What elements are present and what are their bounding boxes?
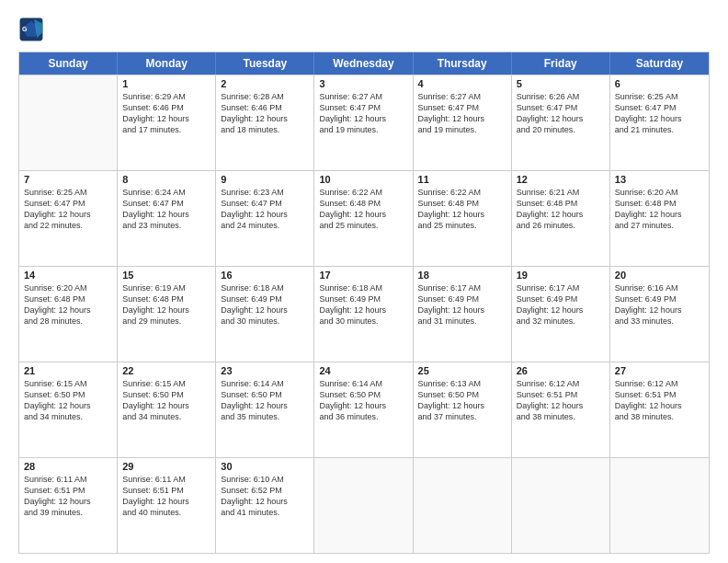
cal-cell-day-26: 26Sunrise: 6:12 AMSunset: 6:51 PMDayligh…	[512, 362, 610, 457]
day-number: 26	[517, 365, 605, 376]
cal-cell-empty	[512, 458, 610, 553]
cal-cell-day-25: 25Sunrise: 6:13 AMSunset: 6:50 PMDayligh…	[414, 362, 512, 457]
cell-info-line: and 34 minutes.	[24, 411, 112, 422]
day-number: 1	[122, 78, 210, 89]
cell-info-line: Sunrise: 6:13 AM	[418, 378, 506, 389]
cal-cell-day-8: 8Sunrise: 6:24 AMSunset: 6:47 PMDaylight…	[118, 171, 216, 266]
cell-info-line: Sunset: 6:46 PM	[122, 102, 210, 113]
cell-info-line: Daylight: 12 hours	[615, 304, 704, 316]
cal-cell-day-19: 19Sunrise: 6:17 AMSunset: 6:49 PMDayligh…	[512, 267, 610, 362]
cell-info-line: and 37 minutes.	[418, 411, 506, 422]
cal-row-0: 1Sunrise: 6:29 AMSunset: 6:46 PMDaylight…	[19, 75, 709, 170]
day-number: 7	[24, 174, 112, 185]
cell-info-line: Sunset: 6:49 PM	[517, 293, 605, 304]
day-number: 29	[122, 461, 210, 472]
cell-info-line: Sunrise: 6:11 AM	[24, 474, 112, 485]
cell-info-line: Sunrise: 6:18 AM	[319, 282, 407, 293]
cal-cell-day-27: 27Sunrise: 6:12 AMSunset: 6:51 PMDayligh…	[610, 362, 709, 457]
cal-row-1: 7Sunrise: 6:25 AMSunset: 6:47 PMDaylight…	[19, 170, 709, 266]
day-number: 2	[221, 78, 309, 89]
cal-cell-day-6: 6Sunrise: 6:25 AMSunset: 6:47 PMDaylight…	[610, 75, 709, 170]
cell-info-line: and 38 minutes.	[517, 411, 605, 422]
day-number: 24	[319, 365, 407, 376]
cal-cell-day-9: 9Sunrise: 6:23 AMSunset: 6:47 PMDaylight…	[216, 171, 314, 266]
day-number: 4	[418, 78, 506, 89]
cal-cell-day-20: 20Sunrise: 6:16 AMSunset: 6:49 PMDayligh…	[610, 267, 709, 362]
cell-info-line: and 32 minutes.	[517, 316, 605, 327]
day-number: 20	[615, 270, 704, 281]
cell-info-line: Sunrise: 6:14 AM	[319, 378, 407, 389]
cell-info-line: Sunset: 6:52 PM	[221, 485, 309, 496]
cell-info-line: Daylight: 12 hours	[221, 113, 309, 124]
cell-info-line: Sunset: 6:51 PM	[24, 485, 112, 496]
cell-info-line: Sunrise: 6:17 AM	[418, 282, 506, 293]
cal-row-3: 21Sunrise: 6:15 AMSunset: 6:50 PMDayligh…	[19, 362, 709, 457]
cal-cell-day-21: 21Sunrise: 6:15 AMSunset: 6:50 PMDayligh…	[19, 362, 118, 457]
cell-info-line: Sunrise: 6:17 AM	[517, 282, 605, 293]
day-number: 17	[319, 270, 407, 281]
cell-info-line: and 25 minutes.	[418, 220, 506, 231]
cell-info-line: Sunset: 6:48 PM	[517, 198, 605, 209]
day-number: 22	[122, 365, 210, 376]
cal-cell-day-1: 1Sunrise: 6:29 AMSunset: 6:46 PMDaylight…	[118, 75, 216, 170]
cell-info-line: Daylight: 12 hours	[122, 400, 210, 411]
day-number: 30	[221, 461, 309, 472]
cell-info-line: Sunrise: 6:15 AM	[122, 378, 210, 389]
cal-cell-day-15: 15Sunrise: 6:19 AMSunset: 6:48 PMDayligh…	[118, 267, 216, 362]
calendar: SundayMondayTuesdayWednesdayThursdayFrid…	[18, 52, 710, 554]
cell-info-line: Sunset: 6:48 PM	[615, 198, 704, 209]
cell-info-line: Daylight: 12 hours	[418, 209, 506, 220]
cell-info-line: and 25 minutes.	[319, 220, 407, 231]
cell-info-line: Sunset: 6:48 PM	[319, 198, 407, 209]
day-number: 19	[517, 270, 605, 281]
cell-info-line: Sunrise: 6:19 AM	[122, 282, 210, 293]
cell-info-line: Sunset: 6:50 PM	[319, 389, 407, 400]
day-number: 10	[319, 174, 407, 185]
cell-info-line: Sunset: 6:50 PM	[221, 389, 309, 400]
col-header-monday: Monday	[118, 52, 216, 75]
cell-info-line: Sunrise: 6:11 AM	[122, 474, 210, 485]
day-number: 13	[615, 174, 704, 185]
cell-info-line: Daylight: 12 hours	[418, 113, 506, 124]
cell-info-line: Sunset: 6:47 PM	[319, 102, 407, 113]
cell-info-line: Sunrise: 6:18 AM	[221, 282, 309, 293]
cell-info-line: Daylight: 12 hours	[517, 304, 605, 316]
day-number: 5	[517, 78, 605, 89]
day-number: 27	[615, 365, 704, 376]
cell-info-line: Sunset: 6:51 PM	[122, 485, 210, 496]
day-number: 3	[319, 78, 407, 89]
cell-info-line: Sunset: 6:51 PM	[615, 389, 704, 400]
col-header-thursday: Thursday	[414, 52, 512, 75]
cal-cell-day-11: 11Sunrise: 6:22 AMSunset: 6:48 PMDayligh…	[414, 171, 512, 266]
cell-info-line: Daylight: 12 hours	[615, 400, 704, 411]
col-headers: SundayMondayTuesdayWednesdayThursdayFrid…	[19, 52, 709, 75]
cell-info-line: and 19 minutes.	[418, 124, 506, 135]
cell-info-line: Sunrise: 6:22 AM	[319, 187, 407, 198]
cell-info-line: Daylight: 12 hours	[319, 113, 407, 124]
cell-info-line: Sunrise: 6:24 AM	[122, 187, 210, 198]
cell-info-line: Sunset: 6:50 PM	[122, 389, 210, 400]
cell-info-line: Sunset: 6:49 PM	[221, 293, 309, 304]
cell-info-line: and 29 minutes.	[122, 316, 210, 327]
cell-info-line: Sunrise: 6:21 AM	[517, 187, 605, 198]
cal-cell-empty	[414, 458, 512, 553]
cell-info-line: Sunset: 6:47 PM	[615, 102, 704, 113]
col-header-wednesday: Wednesday	[314, 52, 413, 75]
cell-info-line: Sunrise: 6:20 AM	[615, 187, 704, 198]
cell-info-line: and 23 minutes.	[122, 220, 210, 231]
cell-info-line: Daylight: 12 hours	[418, 400, 506, 411]
cell-info-line: Daylight: 12 hours	[615, 113, 704, 124]
cell-info-line: Daylight: 12 hours	[517, 400, 605, 411]
logo-icon: G	[18, 17, 44, 42]
cell-info-line: Daylight: 12 hours	[122, 209, 210, 220]
cell-info-line: Sunrise: 6:22 AM	[418, 187, 506, 198]
cell-info-line: Sunrise: 6:20 AM	[24, 282, 112, 293]
day-number: 6	[615, 78, 704, 89]
cell-info-line: Sunset: 6:48 PM	[418, 198, 506, 209]
cell-info-line: Sunset: 6:47 PM	[221, 198, 309, 209]
cell-info-line: and 17 minutes.	[122, 124, 210, 135]
cell-info-line: Sunset: 6:50 PM	[418, 389, 506, 400]
cal-cell-day-14: 14Sunrise: 6:20 AMSunset: 6:48 PMDayligh…	[19, 267, 118, 362]
cell-info-line: and 39 minutes.	[24, 507, 112, 518]
cell-info-line: Daylight: 12 hours	[221, 304, 309, 316]
